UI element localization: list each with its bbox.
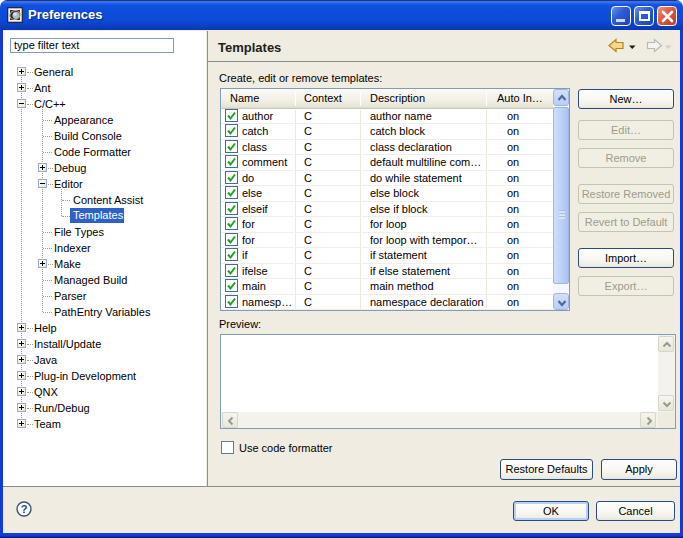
svg-text:?: ? [21,503,28,515]
